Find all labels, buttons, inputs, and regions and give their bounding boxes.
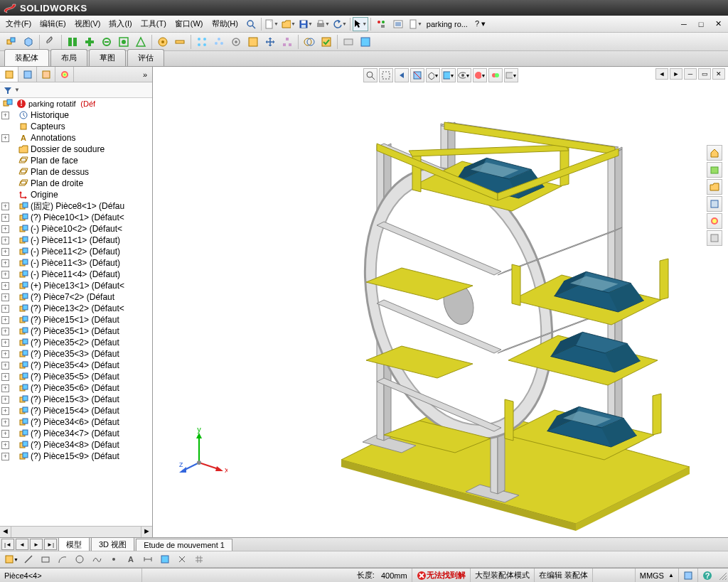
tree-item[interactable]: Origine	[0, 189, 152, 200]
toolbar-green5-icon[interactable]	[133, 34, 149, 50]
current-file-name[interactable]: parking ro...	[424, 20, 471, 28]
tab-nav-prev[interactable]: ◄	[16, 539, 28, 550]
canvas-3d[interactable]: y x z	[153, 67, 728, 537]
tree-part-item[interactable]: +(-) Pièce11<2> (Défaut)	[0, 246, 152, 257]
tree-item[interactable]: +AAnnotations	[0, 132, 152, 144]
tree-part-item[interactable]: +(?) Pièce10<1> (Défaut<	[0, 212, 152, 223]
vp-fwd-icon[interactable]: ►	[670, 68, 682, 80]
sketch-arc-icon[interactable]	[55, 552, 70, 566]
toolbar-hide-icon[interactable]	[341, 34, 356, 50]
sketch-point-icon[interactable]	[106, 552, 122, 566]
tree-item[interactable]: Plan de face	[0, 155, 152, 166]
status-help-icon[interactable]: ?	[698, 568, 717, 582]
save-icon[interactable]: ▼	[298, 17, 314, 31]
search-icon[interactable]	[243, 17, 259, 31]
print-icon[interactable]: ▼	[315, 17, 331, 31]
toolbar-green4-icon[interactable]	[116, 34, 132, 50]
display-style-icon[interactable]: ▼	[441, 68, 456, 82]
task-view-icon[interactable]	[707, 196, 722, 212]
sketch-circle-icon[interactable]	[72, 552, 87, 566]
sketch-line-icon[interactable]	[21, 552, 36, 566]
zoom-area-icon[interactable]	[379, 68, 393, 82]
ribbon-tab-assembly[interactable]: 装配体	[4, 49, 49, 66]
minimize-button[interactable]: ─	[676, 17, 692, 31]
sketch-text-icon[interactable]: A	[123, 552, 139, 566]
menu-help[interactable]: 帮助(H)	[208, 16, 242, 31]
menu-file[interactable]: 文件(F)	[1, 16, 36, 31]
tree-part-item[interactable]: +(?) Pièce34<6> (Défaut	[0, 416, 152, 428]
tree-part-item[interactable]: +(?) Pièce7<2> (Défaut	[0, 291, 152, 303]
tree-part-item[interactable]: +(?) Pièce34<7> (Défaut	[0, 428, 152, 439]
toolbar-green1-icon[interactable]	[65, 34, 80, 50]
toolbar-misc-icon[interactable]	[358, 34, 373, 50]
hide-show-icon[interactable]: ▼	[457, 68, 471, 82]
vp-close-icon[interactable]: ✕	[712, 68, 725, 80]
sketch-relation-icon[interactable]	[157, 552, 173, 566]
tree-part-item[interactable]: +(?) Pièce13<2> (Défaut<	[0, 303, 152, 314]
fm-tab-tree[interactable]	[0, 67, 18, 82]
rebuild-icon[interactable]	[373, 17, 389, 31]
tree-part-item[interactable]: +(+) Pièce13<1> (Défaut<	[0, 280, 152, 291]
toolbar-green3-icon[interactable]	[99, 34, 114, 50]
menu-insert[interactable]: 插入(I)	[105, 16, 136, 31]
tree-part-item[interactable]: +(?) Pièce35<3> (Défaut	[0, 348, 152, 360]
toolbar-pattern2-icon[interactable]	[211, 34, 227, 50]
status-units[interactable]: MMGS ▲	[636, 568, 679, 582]
vp-back-icon[interactable]: ◄	[655, 68, 668, 80]
sketch-view-icon[interactable]: ▼	[4, 552, 19, 566]
tree-part-item[interactable]: +(-) Pièce10<2> (Défaut<	[0, 223, 152, 235]
tab-nav-last[interactable]: ►|	[44, 539, 57, 550]
fm-expand-button[interactable]: »	[138, 67, 152, 82]
sketch-trim-icon[interactable]	[174, 552, 190, 566]
tree-part-item[interactable]: +(?) Pièce35<1> (Défaut	[0, 325, 152, 337]
help-dropdown[interactable]: ? ▾	[471, 17, 490, 31]
undo-icon[interactable]: ▼	[332, 17, 348, 31]
tree-part-item[interactable]: +(?) Pièce35<5> (Défaut	[0, 371, 152, 382]
vp-max-icon[interactable]: ▭	[698, 68, 711, 80]
tree-part-item[interactable]: +(?) Pièce35<6> (Défaut	[0, 382, 152, 394]
tab-model[interactable]: 模型	[58, 537, 90, 551]
menu-view[interactable]: 视图(V)	[70, 16, 105, 31]
toolbar-green2-icon[interactable]	[82, 34, 97, 50]
tree-item[interactable]: Plan de dessus	[0, 166, 152, 178]
tree-part-item[interactable]: +(?) Pièce34<8> (Défaut	[0, 439, 152, 451]
options-icon[interactable]	[390, 17, 406, 31]
scene-icon[interactable]	[488, 68, 503, 82]
toolbar-part-icon[interactable]	[21, 34, 36, 50]
zoom-fit-icon[interactable]	[363, 68, 378, 82]
ribbon-tab-sketch[interactable]: 草图	[89, 49, 126, 66]
task-explorer-icon[interactable]	[707, 179, 722, 195]
view-orientation-icon[interactable]: ▼	[426, 68, 440, 82]
menu-window[interactable]: 窗口(W)	[171, 16, 208, 31]
tree-part-item[interactable]: +(?) Pièce15<9> (Défaut	[0, 451, 152, 462]
tree-part-item[interactable]: +(固定) Pièce8<1> (Défau	[0, 200, 152, 212]
tree-item[interactable]: Plan de droite	[0, 178, 152, 189]
maximize-button[interactable]: □	[693, 17, 709, 31]
toolbar-assembly-icon[interactable]	[4, 34, 19, 50]
orientation-triad[interactable]: y x z	[178, 427, 228, 477]
tab-3d-view[interactable]: 3D 视图	[91, 537, 134, 551]
select-arrow-icon[interactable]: ▼	[353, 17, 368, 31]
menu-edit[interactable]: 编辑(E)	[36, 16, 70, 31]
appearance-icon[interactable]: ▼	[473, 68, 487, 82]
toolbar-attach-icon[interactable]	[43, 34, 58, 50]
fm-tree-body[interactable]: ! parking rotatif (Déf +HistoriqueCapteu…	[0, 98, 152, 526]
task-library-icon[interactable]	[707, 162, 722, 178]
toolbar-pattern1-icon[interactable]	[194, 34, 210, 50]
view-settings-icon[interactable]: ▼	[504, 68, 518, 82]
toolbar-check-icon[interactable]	[318, 34, 334, 50]
toolbar-gear-icon[interactable]	[228, 34, 244, 50]
close-button[interactable]: ✕	[710, 17, 726, 31]
toolbar-mate1-icon[interactable]	[155, 34, 171, 50]
toolbar-explode-icon[interactable]	[279, 34, 295, 50]
section-view-icon[interactable]	[410, 68, 424, 82]
new-document-icon[interactable]: ▼	[264, 17, 279, 31]
tree-item[interactable]: Dossier de soudure	[0, 144, 152, 155]
tree-part-item[interactable]: +(?) Pièce15<4> (Défaut	[0, 405, 152, 416]
sketch-grid-icon[interactable]	[191, 552, 207, 566]
tree-part-item[interactable]: +(?) Pièce35<4> (Défaut	[0, 360, 152, 371]
document-icon[interactable]: ▼	[407, 17, 423, 31]
tree-item[interactable]: +Historique	[0, 109, 152, 121]
task-appearance-icon[interactable]	[707, 213, 722, 229]
ribbon-tab-layout[interactable]: 布局	[50, 49, 87, 66]
